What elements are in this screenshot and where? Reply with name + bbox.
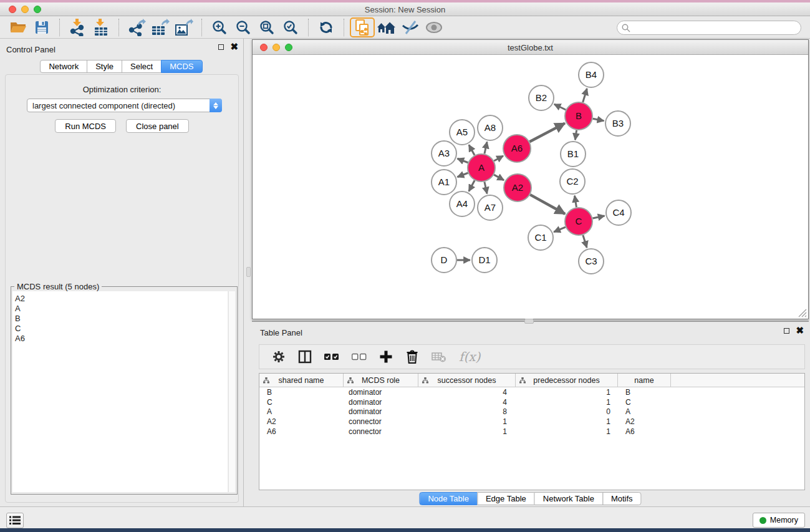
edge-C-C2[interactable] (575, 196, 577, 208)
show-all-button[interactable] (422, 17, 446, 37)
mcds-result-item[interactable]: A2 (15, 294, 228, 304)
horizontal-splitter-handle[interactable] (524, 319, 534, 324)
search-input[interactable] (617, 21, 801, 35)
tab-network-table[interactable]: Network Table (534, 492, 603, 505)
edge-A2-C[interactable] (530, 195, 565, 214)
node-D[interactable]: D (432, 248, 456, 273)
edge-A-A7[interactable] (485, 181, 487, 193)
table-settings-button[interactable] (272, 350, 286, 364)
table-cell[interactable]: A6 (618, 427, 671, 436)
table-cell[interactable]: C (618, 398, 671, 407)
node-B1[interactable]: B1 (561, 142, 586, 167)
toggle-panes-button[interactable] (298, 350, 312, 364)
first-neighbors-button[interactable] (375, 17, 398, 37)
node-C4[interactable]: C4 (606, 200, 631, 225)
node-B[interactable]: B (565, 102, 592, 130)
tab-mcds[interactable]: MCDS (161, 60, 202, 73)
table-cell[interactable]: 1 (418, 427, 516, 436)
node-B2[interactable]: B2 (529, 85, 554, 110)
table-cell[interactable]: 1 (516, 417, 618, 426)
mcds-result-item[interactable]: A (15, 304, 228, 314)
table-cell[interactable]: B (618, 388, 671, 397)
node-A5[interactable]: A5 (450, 120, 475, 145)
node-D1[interactable]: D1 (472, 248, 497, 273)
new-network-from-selection-button[interactable] (350, 17, 375, 37)
export-table-button[interactable] (148, 17, 172, 37)
vertical-splitter-handle[interactable] (246, 267, 251, 277)
create-column-button[interactable] (379, 350, 393, 364)
zoom-in-button[interactable] (208, 17, 231, 37)
delete-column-button[interactable] (405, 349, 419, 364)
open-file-button[interactable] (6, 17, 30, 37)
node-C[interactable]: C (565, 208, 592, 235)
edge-A6-B[interactable] (529, 123, 565, 142)
network-graph-canvas[interactable]: B4B2BB3A8A5A6A3B1AA1C2A2A4A7C4CC1DD1C3 (253, 55, 808, 319)
table-cell[interactable]: 1 (516, 427, 618, 436)
mcds-list-scrollbar[interactable] (228, 291, 235, 492)
node-A7[interactable]: A7 (478, 195, 503, 220)
column-header-name[interactable]: name (618, 374, 671, 387)
edge-C-C3[interactable] (583, 235, 587, 248)
tab-style[interactable]: Style (87, 60, 122, 73)
mcds-result-item[interactable]: B (15, 314, 228, 324)
table-cell[interactable]: A (259, 407, 344, 416)
optimization-criterion-select[interactable]: largest connected component (directed) (27, 99, 222, 112)
edge-B-B3[interactable] (593, 118, 604, 120)
tab-motifs[interactable]: Motifs (602, 492, 642, 505)
tools-button[interactable] (6, 513, 24, 528)
export-network-button[interactable] (125, 17, 148, 37)
table-cell[interactable]: 8 (418, 407, 516, 416)
node-C1[interactable]: C1 (528, 225, 553, 250)
table-cell[interactable]: A2 (618, 417, 671, 426)
table-cell[interactable]: A (618, 407, 671, 416)
import-network-button[interactable] (65, 17, 89, 37)
table-cell[interactable]: connector (344, 427, 418, 436)
table-cell[interactable]: dominator (344, 398, 418, 407)
column-header-MCDS-role[interactable]: MCDS role (344, 374, 418, 387)
node-C2[interactable]: C2 (560, 169, 585, 194)
node-A8[interactable]: A8 (478, 115, 503, 140)
edge-B-B2[interactable] (554, 104, 566, 110)
zoom-fit-button[interactable] (255, 17, 279, 37)
save-session-button[interactable] (30, 17, 54, 37)
node-A3[interactable]: A3 (432, 141, 456, 166)
tab-select[interactable]: Select (122, 60, 162, 73)
run-mcds-button[interactable]: Run MCDS (55, 119, 116, 133)
edge-A-A1[interactable] (457, 173, 468, 177)
memory-button[interactable]: Memory (753, 513, 805, 528)
close-panel-icon[interactable]: ✖ (230, 44, 238, 50)
table-cell[interactable]: connector (344, 417, 418, 426)
edge-A-A4[interactable] (469, 180, 475, 191)
table-cell[interactable]: dominator (344, 407, 418, 416)
table-cell[interactable]: 1 (516, 398, 618, 407)
edge-C-C4[interactable] (592, 216, 604, 218)
column-header-predecessor-nodes[interactable]: predecessor nodes (516, 374, 618, 387)
table-cell[interactable]: 4 (418, 388, 516, 397)
table-cell[interactable]: A2 (259, 417, 344, 426)
node-A[interactable]: A (468, 154, 495, 181)
hide-selected-button[interactable] (398, 17, 422, 37)
tab-network[interactable]: Network (40, 60, 87, 73)
node-A1[interactable]: A1 (432, 170, 456, 195)
table-cell[interactable]: B (259, 388, 344, 397)
column-header-successor-nodes[interactable]: successor nodes (418, 374, 516, 387)
select-all-button[interactable] (324, 353, 339, 360)
delete-table-button[interactable] (432, 351, 446, 363)
edge-A-A2[interactable] (494, 175, 504, 180)
import-table-button[interactable] (89, 17, 113, 37)
refresh-button[interactable] (314, 17, 338, 37)
close-panel-button[interactable]: Close panel (126, 119, 189, 133)
node-A2[interactable]: A2 (504, 174, 531, 201)
table-cell[interactable]: 1 (516, 388, 618, 397)
edge-A-A8[interactable] (485, 142, 487, 153)
tab-node-table[interactable]: Node Table (419, 492, 478, 505)
table-cell[interactable]: A6 (259, 427, 344, 436)
zoom-selected-button[interactable] (279, 17, 302, 37)
deselect-all-button[interactable] (352, 353, 367, 360)
table-cell[interactable]: 1 (418, 417, 516, 426)
edge-A-A3[interactable] (457, 158, 468, 163)
edge-A-A5[interactable] (469, 145, 475, 155)
zoom-out-button[interactable] (231, 17, 255, 37)
mcds-result-item[interactable]: C (15, 324, 228, 334)
node-C3[interactable]: C3 (579, 249, 604, 274)
